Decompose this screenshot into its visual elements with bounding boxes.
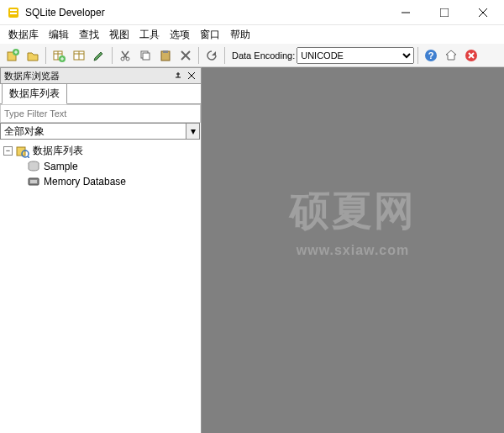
menu-edit[interactable]: 编辑 [44,26,74,44]
svg-rect-27 [163,50,168,53]
main-split: 数据库浏览器 数据库列表 全部对象 ▾ − 数据库列表 Sample [0,67,504,433]
separator [45,47,46,64]
db-icon [27,160,40,173]
svg-point-23 [126,57,129,61]
app-title: SQLite Developer [25,7,386,18]
object-filter-combo[interactable]: 全部对象 ▾ [0,123,200,140]
encoding-label: Data Encoding: [232,50,295,61]
object-filter-value: 全部对象 [1,124,186,139]
encoding-select[interactable]: UNICODE [297,47,414,64]
svg-line-39 [28,156,29,158]
tree-item[interactable]: Sample [3,159,197,174]
close-button[interactable] [464,0,502,25]
pin-icon[interactable] [172,70,184,82]
tree-root-label: 数据库列表 [33,144,83,158]
watermark-url: www.sxiaw.com [290,243,416,258]
svg-text:?: ? [428,50,434,61]
menu-help[interactable]: 帮助 [225,26,255,44]
titlebar: SQLite Developer [0,0,504,25]
sidebar: 数据库浏览器 数据库列表 全部对象 ▾ − 数据库列表 Sample [0,67,202,433]
menubar: 数据库 编辑 查找 视图 工具 选项 窗口 帮助 [0,25,504,44]
panel-close-icon[interactable] [186,70,197,82]
separator [198,47,199,64]
menu-window[interactable]: 窗口 [195,26,225,44]
copy-button[interactable] [136,46,155,65]
watermark: 硕夏网 www.sxiaw.com [290,184,416,258]
new-db-button[interactable] [3,46,22,65]
svg-rect-25 [143,53,150,60]
refresh-button[interactable] [202,46,221,65]
paste-button[interactable] [156,46,175,65]
tree-root[interactable]: − 数据库列表 [3,143,197,159]
delete-button[interactable] [176,46,195,65]
home-button[interactable] [442,46,460,65]
window-controls [386,0,502,25]
maximize-button[interactable] [425,0,464,25]
open-db-button[interactable] [24,46,42,65]
svg-rect-2 [10,13,17,14]
table-button[interactable] [70,46,88,65]
menu-option[interactable]: 选项 [165,26,195,44]
memory-db-icon [27,175,40,188]
svg-rect-4 [440,8,449,17]
panel-title-text: 数据库浏览器 [4,70,60,82]
help-button[interactable]: ? [422,46,440,65]
menu-view[interactable]: 视图 [104,26,134,44]
svg-point-22 [121,57,124,61]
db-tree: − 数据库列表 Sample Memory Database [0,140,201,433]
panel-header: 数据库浏览器 [0,67,201,84]
tab-db-list[interactable]: 数据库列表 [2,83,67,104]
separator [112,47,113,64]
menu-query[interactable]: 查找 [74,26,104,44]
add-table-button[interactable] [50,46,68,65]
watermark-text: 硕夏网 [290,184,416,238]
main-area: 硕夏网 www.sxiaw.com [202,67,504,433]
stop-button[interactable] [462,46,480,65]
tree-item-label: Memory Database [44,176,126,187]
separator [417,47,418,64]
sidebar-tabs: 数据库列表 [0,84,201,104]
filter-input[interactable] [0,104,201,123]
minimize-button[interactable] [386,0,425,25]
search-db-icon [16,145,29,158]
tree-item[interactable]: Memory Database [3,174,197,189]
app-icon [7,6,20,19]
tree-item-label: Sample [44,161,78,172]
edit-button[interactable] [90,46,108,65]
menu-database[interactable]: 数据库 [3,26,44,44]
separator [224,47,225,64]
menu-tool[interactable]: 工具 [134,26,165,44]
chevron-down-icon[interactable]: ▾ [186,124,199,139]
toolbar: Data Encoding: UNICODE ? [0,44,504,67]
cut-button[interactable] [116,46,134,65]
collapse-icon[interactable]: − [3,146,13,156]
svg-rect-42 [30,180,37,183]
svg-rect-1 [10,9,17,11]
